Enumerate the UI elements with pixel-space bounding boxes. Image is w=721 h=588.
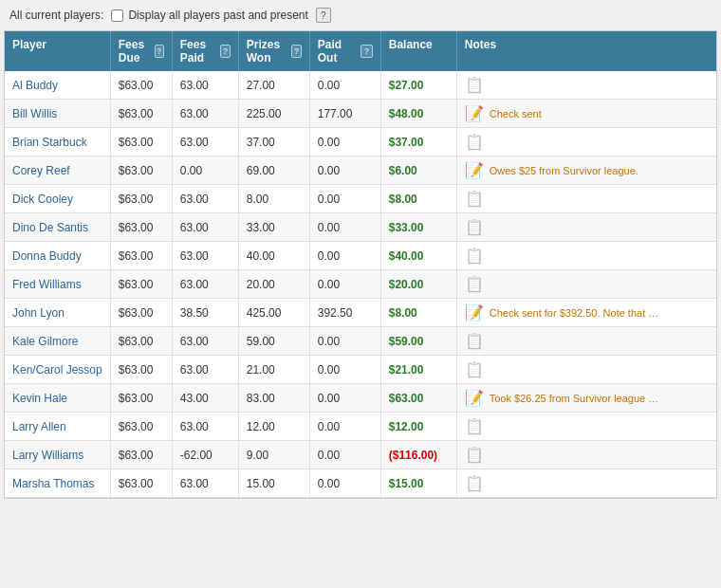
topbar-help-icon[interactable]: ? <box>316 8 331 23</box>
prizes-won-cell: 37.00 <box>238 128 309 156</box>
note-empty-icon[interactable]: 📋 <box>465 190 484 208</box>
player-name[interactable]: Donna Buddy <box>12 249 82 263</box>
balance-cell: $15.00 <box>380 469 456 498</box>
notes-cell: 📋 <box>456 441 716 469</box>
paid-out-cell: 0.00 <box>309 413 380 441</box>
player-name[interactable]: Brian Starbuck <box>12 136 87 149</box>
table-row: Kevin Hale$63.0043.0083.000.00$63.00📝Too… <box>5 384 716 413</box>
note-empty-icon[interactable]: 📋 <box>465 474 484 492</box>
th-paid-out: Paid Out ? <box>309 31 380 71</box>
display-all-label[interactable]: Display all players past and present <box>111 9 307 22</box>
fees-paid-cell: 63.00 <box>172 469 238 498</box>
paid-out-cell: 0.00 <box>309 71 380 100</box>
table-row: Larry Williams$63.00-62.009.000.00($116.… <box>5 441 716 469</box>
fees-paid-cell: 0.00 <box>172 156 238 185</box>
notes-cell: 📝Owes $25 from Survivor league. <box>456 156 716 185</box>
fees-due-cell: $63.00 <box>110 441 172 469</box>
player-name[interactable]: Corey Reef <box>12 164 70 177</box>
note-empty-icon[interactable]: 📋 <box>465 332 484 350</box>
fees-due-help-icon[interactable]: ? <box>155 45 164 58</box>
note-filled-icon[interactable]: 📝 <box>465 161 484 179</box>
paid-out-help-icon[interactable]: ? <box>360 45 372 58</box>
table-header: Player Fees Due ? Fees Paid ? P <box>5 31 716 71</box>
th-notes: Notes <box>456 31 716 71</box>
notes-cell: 📋 <box>456 185 716 213</box>
note-empty-icon[interactable]: 📋 <box>465 76 484 94</box>
fees-due-cell: $63.00 <box>110 128 172 156</box>
display-all-text: Display all players past and present <box>128 9 307 22</box>
paid-out-cell: 0.00 <box>309 213 380 242</box>
player-name[interactable]: Kevin Hale <box>12 392 67 405</box>
all-current-players-label: All current players: <box>9 9 103 22</box>
prizes-won-cell: 27.00 <box>238 71 309 100</box>
player-name[interactable]: John Lyon <box>12 306 65 320</box>
note-text: Took $26.25 from Survivor league to cove… <box>490 393 660 404</box>
balance-cell: $40.00 <box>380 242 456 270</box>
table-row: Dick Cooley$63.0063.008.000.00$8.00📋 <box>5 185 716 213</box>
note-empty-icon[interactable]: 📋 <box>465 133 484 151</box>
notes-cell: 📝Check sent <box>456 100 716 128</box>
fees-due-cell: $63.00 <box>110 213 172 242</box>
note-empty-icon[interactable]: 📋 <box>465 218 484 236</box>
paid-out-cell: 0.00 <box>309 185 380 213</box>
fees-paid-help-icon[interactable]: ? <box>220 45 230 58</box>
note-text: Check sent for $392.50. Note that I OVER… <box>490 307 660 319</box>
table-row: Fred Williams$63.0063.0020.000.00$20.00📋 <box>5 270 716 299</box>
fees-paid-cell: 63.00 <box>172 242 238 270</box>
paid-out-cell: 0.00 <box>309 441 380 469</box>
fees-due-cell: $63.00 <box>110 327 172 356</box>
table-row: Ken/Carol Jessop$63.0063.0021.000.00$21.… <box>5 356 716 384</box>
balance-cell: $59.00 <box>380 327 456 356</box>
fees-due-cell: $63.00 <box>110 185 172 213</box>
fees-paid-cell: 63.00 <box>172 71 238 100</box>
note-text: Check sent <box>490 108 542 119</box>
paid-out-cell: 0.00 <box>309 270 380 299</box>
balance-cell: $33.00 <box>380 213 456 242</box>
note-filled-icon[interactable]: 📝 <box>465 389 484 407</box>
note-empty-icon[interactable]: 📋 <box>465 417 484 435</box>
prizes-won-cell: 83.00 <box>238 384 309 413</box>
table-row: Marsha Thomas$63.0063.0015.000.00$15.00📋 <box>5 469 716 498</box>
fees-paid-cell: -62.00 <box>172 441 238 469</box>
player-name[interactable]: Larry Williams <box>12 449 83 462</box>
player-name[interactable]: Dick Cooley <box>12 193 73 206</box>
note-empty-icon[interactable]: 📋 <box>465 275 484 293</box>
player-name[interactable]: Ken/Carol Jessop <box>12 363 102 377</box>
paid-out-cell: 0.00 <box>309 242 380 270</box>
player-name[interactable]: Al Buddy <box>12 79 58 92</box>
display-all-checkbox[interactable] <box>111 9 123 22</box>
paid-out-cell: 0.00 <box>309 327 380 356</box>
prizes-won-cell: 8.00 <box>238 185 309 213</box>
th-balance: Balance <box>380 31 456 71</box>
note-empty-icon[interactable]: 📋 <box>465 446 484 464</box>
balance-cell: $27.00 <box>380 71 456 100</box>
player-name[interactable]: Larry Allen <box>12 420 66 433</box>
player-name[interactable]: Bill Willis <box>12 107 57 120</box>
note-filled-icon[interactable]: 📝 <box>465 303 484 322</box>
balance-cell: $48.00 <box>380 100 456 128</box>
prizes-won-help-icon[interactable]: ? <box>291 45 301 58</box>
fees-paid-cell: 38.50 <box>172 299 238 327</box>
player-name[interactable]: Marsha Thomas <box>12 477 94 490</box>
fees-due-cell: $63.00 <box>110 71 172 100</box>
prizes-won-cell: 425.00 <box>238 299 309 327</box>
table-row: Brian Starbuck$63.0063.0037.000.00$37.00… <box>5 128 716 156</box>
note-filled-icon[interactable]: 📝 <box>465 104 484 122</box>
paid-out-cell: 392.50 <box>309 299 380 327</box>
prizes-won-cell: 9.00 <box>238 441 309 469</box>
fees-due-cell: $63.00 <box>110 469 172 498</box>
notes-cell: 📋 <box>456 270 716 299</box>
note-empty-icon[interactable]: 📋 <box>465 360 484 378</box>
player-name[interactable]: Kale Gilmore <box>12 335 78 348</box>
notes-cell: 📋 <box>456 213 716 242</box>
player-name[interactable]: Dino De Santis <box>12 221 88 234</box>
table-row: Corey Reef$63.000.0069.000.00$6.00📝Owes … <box>5 156 716 185</box>
player-name[interactable]: Fred Williams <box>12 278 82 291</box>
th-player: Player <box>5 31 110 71</box>
paid-out-cell: 0.00 <box>309 128 380 156</box>
fees-paid-cell: 63.00 <box>172 413 238 441</box>
note-empty-icon[interactable]: 📋 <box>465 247 484 265</box>
fees-paid-cell: 63.00 <box>172 128 238 156</box>
prizes-won-cell: 59.00 <box>238 327 309 356</box>
balance-cell: $12.00 <box>380 413 456 441</box>
